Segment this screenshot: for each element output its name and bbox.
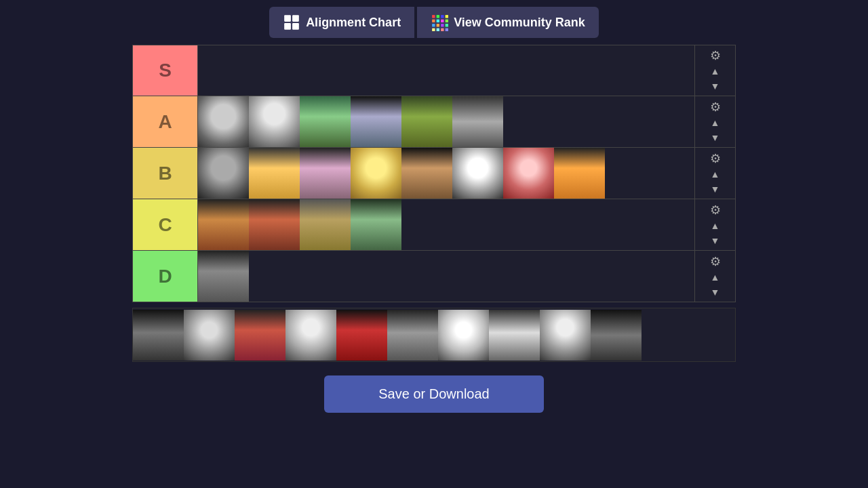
grid-icon [283, 14, 300, 31]
move-down-s[interactable]: ▼ [707, 79, 724, 93]
svg-rect-11 [446, 20, 448, 22]
list-item[interactable] [591, 310, 642, 361]
community-rank-button[interactable]: View Community Rank [417, 7, 599, 38]
svg-rect-4 [432, 15, 435, 18]
tier-content-a[interactable] [197, 96, 694, 147]
list-item[interactable] [540, 310, 591, 361]
tier-content-b[interactable] [197, 148, 694, 199]
list-item[interactable] [554, 148, 605, 199]
tier-label-d: D [133, 251, 197, 302]
svg-rect-17 [437, 28, 439, 31]
tier-list: S ⚙ ▲ ▼ A ⚙ ▲ ▼ B [132, 45, 736, 302]
tier-controls-s: ⚙ ▲ ▼ [694, 45, 735, 96]
svg-rect-18 [441, 28, 443, 31]
list-item[interactable] [452, 148, 503, 199]
tier-row-d: D ⚙ ▲ ▼ [133, 251, 735, 302]
list-item[interactable] [198, 251, 249, 302]
svg-rect-3 [292, 23, 299, 30]
list-item[interactable] [351, 96, 401, 147]
list-item[interactable] [452, 96, 503, 147]
tier-controls-b: ⚙ ▲ ▼ [694, 148, 735, 199]
move-up-s[interactable]: ▲ [707, 64, 724, 78]
settings-icon-s[interactable]: ⚙ [710, 48, 721, 63]
list-item[interactable] [351, 199, 401, 250]
svg-rect-7 [446, 15, 448, 18]
list-item[interactable] [387, 310, 438, 361]
svg-rect-16 [432, 28, 435, 31]
svg-rect-0 [284, 15, 291, 22]
svg-rect-1 [292, 15, 299, 22]
move-up-a[interactable]: ▲ [707, 116, 724, 129]
unranked-pool[interactable] [132, 308, 736, 362]
tier-row-c: C ⚙ ▲ ▼ [133, 199, 735, 251]
alignment-chart-button[interactable]: Alignment Chart [269, 7, 414, 38]
tier-controls-a: ⚙ ▲ ▼ [694, 96, 735, 147]
svg-rect-6 [441, 15, 443, 18]
list-item[interactable] [198, 148, 249, 199]
list-item[interactable] [401, 96, 452, 147]
community-rank-label: View Community Rank [454, 16, 585, 30]
tier-controls-d: ⚙ ▲ ▼ [694, 251, 735, 302]
settings-icon-d[interactable]: ⚙ [710, 254, 721, 269]
move-up-b[interactable]: ▲ [707, 167, 724, 181]
move-down-c[interactable]: ▼ [707, 234, 724, 247]
list-item[interactable] [300, 96, 351, 147]
svg-rect-14 [441, 24, 443, 26]
list-item[interactable] [489, 310, 540, 361]
list-item[interactable] [351, 148, 401, 199]
tier-content-c[interactable] [197, 199, 694, 250]
move-down-b[interactable]: ▼ [707, 182, 724, 196]
svg-rect-8 [432, 20, 435, 22]
svg-rect-2 [284, 23, 291, 30]
list-item[interactable] [133, 310, 184, 361]
move-up-d[interactable]: ▲ [707, 270, 724, 284]
settings-icon-b[interactable]: ⚙ [710, 151, 721, 166]
list-item[interactable] [336, 310, 387, 361]
list-item[interactable] [300, 148, 351, 199]
tier-label-a: A [133, 96, 197, 147]
tier-label-b: B [133, 148, 197, 199]
list-item[interactable] [249, 148, 300, 199]
list-item[interactable] [503, 148, 554, 199]
tier-label-c: C [133, 199, 197, 250]
svg-rect-19 [446, 28, 448, 31]
list-item[interactable] [198, 199, 249, 250]
list-item[interactable] [401, 148, 452, 199]
tier-content-s[interactable] [197, 45, 694, 96]
list-item[interactable] [198, 96, 249, 147]
save-download-button[interactable]: Save or Download [324, 375, 543, 413]
settings-icon-a[interactable]: ⚙ [710, 100, 721, 115]
list-item[interactable] [249, 199, 300, 250]
svg-rect-15 [446, 24, 448, 26]
move-down-d[interactable]: ▼ [707, 285, 724, 299]
list-item[interactable] [249, 96, 300, 147]
svg-rect-5 [437, 15, 439, 18]
svg-rect-10 [441, 20, 443, 22]
tier-row-a: A ⚙ ▲ ▼ [133, 96, 735, 148]
tier-controls-c: ⚙ ▲ ▼ [694, 199, 735, 250]
tier-row-s: S ⚙ ▲ ▼ [133, 45, 735, 96]
alignment-chart-label: Alignment Chart [306, 16, 401, 30]
tier-content-d[interactable] [197, 251, 694, 302]
list-item[interactable] [438, 310, 489, 361]
move-up-c[interactable]: ▲ [707, 219, 724, 232]
mosaic-icon [431, 14, 448, 31]
svg-rect-13 [437, 24, 439, 26]
header: Alignment Chart View Community Rank [0, 0, 868, 45]
move-down-a[interactable]: ▼ [707, 131, 724, 144]
list-item[interactable] [184, 310, 235, 361]
settings-icon-c[interactable]: ⚙ [710, 203, 721, 218]
tier-label-s: S [133, 45, 197, 96]
tier-row-b: B ⚙ ▲ ▼ [133, 148, 735, 199]
save-area: Save or Download [0, 375, 868, 413]
svg-rect-12 [432, 24, 435, 26]
svg-rect-9 [437, 20, 439, 22]
list-item[interactable] [300, 199, 351, 250]
list-item[interactable] [235, 310, 285, 361]
list-item[interactable] [285, 310, 336, 361]
